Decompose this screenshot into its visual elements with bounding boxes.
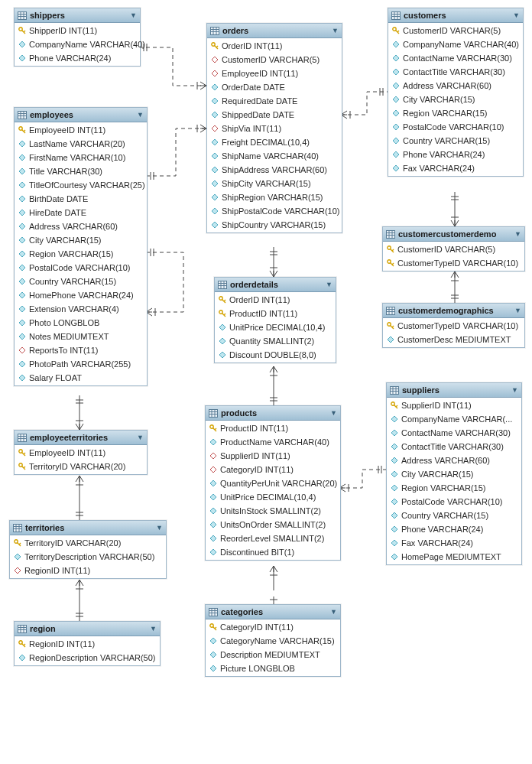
column-row[interactable]: Address VARCHAR(60) [387, 454, 521, 467]
column-row[interactable]: CategoryID INT(11) [206, 463, 340, 476]
column-row[interactable]: SupplierID INT(11) [387, 398, 521, 412]
column-row[interactable]: TerritoryID VARCHAR(20) [10, 536, 166, 550]
column-row[interactable]: UnitPrice DECIMAL(10,4) [206, 490, 340, 504]
column-row[interactable]: PhotoPath VARCHAR(255) [15, 357, 147, 371]
column-row[interactable]: ProductID INT(11) [206, 421, 340, 435]
column-row[interactable]: Region VARCHAR(15) [387, 481, 521, 495]
column-row[interactable]: Discontinued BIT(1) [206, 545, 340, 559]
column-row[interactable]: TerritoryID VARCHAR(20) [15, 460, 147, 473]
column-row[interactable]: PostalCode VARCHAR(10) [15, 261, 147, 275]
table-employees[interactable]: employees▼EmployeeID INT(11)LastName VAR… [14, 107, 148, 386]
column-row[interactable]: Extension VARCHAR(4) [15, 302, 147, 316]
column-row[interactable]: Picture LONGBLOB [206, 662, 340, 675]
chevron-down-icon[interactable]: ▼ [330, 409, 337, 417]
table-categories[interactable]: categories▼CategoryID INT(11)CategoryNam… [205, 604, 341, 677]
column-row[interactable]: ContactTitle VARCHAR(30) [388, 65, 523, 79]
chevron-down-icon[interactable]: ▼ [156, 524, 163, 532]
column-row[interactable]: ContactTitle VARCHAR(30) [387, 440, 521, 454]
chevron-down-icon[interactable]: ▼ [150, 625, 157, 632]
table-header[interactable]: customers▼ [388, 8, 523, 23]
column-row[interactable]: TerritoryDescription VARCHAR(50) [10, 550, 166, 564]
column-row[interactable]: HireDate DATE [15, 206, 147, 219]
chevron-down-icon[interactable]: ▼ [513, 11, 520, 19]
column-row[interactable]: CustomerID VARCHAR(5) [207, 53, 342, 67]
column-row[interactable]: Country VARCHAR(15) [387, 509, 521, 522]
column-row[interactable]: CategoryID INT(11) [206, 620, 340, 634]
column-row[interactable]: CompanyName VARCHAR(40) [15, 37, 140, 51]
column-row[interactable]: CustomerDesc MEDIUMTEXT [383, 333, 524, 346]
column-row[interactable]: SupplierID INT(11) [206, 449, 340, 463]
column-row[interactable]: CustomerID VARCHAR(5) [383, 242, 524, 256]
column-row[interactable]: EmployeeID INT(11) [15, 446, 147, 460]
table-employeeterritories[interactable]: employeeterritories▼EmployeeID INT(11)Te… [14, 430, 148, 475]
column-row[interactable]: EmployeeID INT(11) [207, 67, 342, 80]
column-row[interactable]: OrderID INT(11) [207, 39, 342, 53]
column-row[interactable]: ReportsTo INT(11) [15, 343, 147, 357]
table-suppliers[interactable]: suppliers▼SupplierID INT(11)CompanyName … [386, 382, 522, 565]
column-row[interactable]: CompanyName VARCHAR(40) [388, 37, 523, 51]
column-row[interactable]: RegionDescription VARCHAR(50) [15, 651, 160, 665]
table-header[interactable]: categories▼ [206, 605, 340, 619]
table-header[interactable]: territories▼ [10, 521, 166, 535]
column-row[interactable]: BirthDate DATE [15, 192, 147, 206]
column-row[interactable]: ReorderLevel SMALLINT(2) [206, 532, 340, 545]
column-row[interactable]: UnitsInStock SMALLINT(2) [206, 504, 340, 518]
table-header[interactable]: orderdetails▼ [215, 278, 336, 292]
column-row[interactable]: Country VARCHAR(15) [388, 134, 523, 148]
column-row[interactable]: RegionID INT(11) [10, 564, 166, 577]
column-row[interactable]: ShipCountry VARCHAR(15) [207, 218, 342, 232]
chevron-down-icon[interactable]: ▼ [511, 386, 518, 394]
column-row[interactable]: ShipName VARCHAR(40) [207, 149, 342, 163]
column-row[interactable]: HomePage MEDIUMTEXT [387, 550, 521, 564]
column-row[interactable]: Address VARCHAR(60) [388, 79, 523, 93]
column-row[interactable]: RegionID INT(11) [15, 637, 160, 651]
column-row[interactable]: CustomerTypeID VARCHAR(10) [383, 319, 524, 333]
table-header[interactable]: products▼ [206, 406, 340, 421]
column-row[interactable]: RequiredDate DATE [207, 94, 342, 108]
column-row[interactable]: CategoryName VARCHAR(15) [206, 634, 340, 648]
column-row[interactable]: Description MEDIUMTEXT [206, 648, 340, 662]
table-header[interactable]: employeeterritories▼ [15, 431, 147, 445]
column-row[interactable]: ShipPostalCode VARCHAR(10) [207, 204, 342, 218]
column-row[interactable]: Fax VARCHAR(24) [388, 161, 523, 175]
chevron-down-icon[interactable]: ▼ [137, 434, 144, 441]
column-row[interactable]: Freight DECIMAL(10,4) [207, 135, 342, 149]
column-row[interactable]: CustomerID VARCHAR(5) [388, 24, 523, 37]
table-header[interactable]: shippers▼ [15, 8, 140, 23]
chevron-down-icon[interactable]: ▼ [326, 281, 332, 288]
column-row[interactable]: Address VARCHAR(60) [15, 219, 147, 233]
table-region[interactable]: region▼RegionID INT(11)RegionDescription… [14, 621, 161, 666]
table-customerdemographics[interactable]: customerdemographics▼CustomerTypeID VARC… [382, 303, 525, 348]
column-row[interactable]: ProductName VARCHAR(40) [206, 435, 340, 449]
column-row[interactable]: TitleOfCourtesy VARCHAR(25) [15, 178, 147, 192]
column-row[interactable]: ProductID INT(11) [215, 307, 336, 320]
column-row[interactable]: ShipCity VARCHAR(15) [207, 177, 342, 190]
column-row[interactable]: ShipAddress VARCHAR(60) [207, 163, 342, 177]
column-row[interactable]: ShippedDate DATE [207, 108, 342, 122]
table-shippers[interactable]: shippers▼ShipperID INT(11)CompanyName VA… [14, 8, 141, 67]
column-row[interactable]: CompanyName VARCHAR(... [387, 412, 521, 426]
column-row[interactable]: QuantityPerUnit VARCHAR(20) [206, 476, 340, 490]
column-row[interactable]: Phone VARCHAR(24) [387, 522, 521, 536]
column-row[interactable]: OrderDate DATE [207, 80, 342, 94]
column-row[interactable]: Title VARCHAR(30) [15, 164, 147, 178]
chevron-down-icon[interactable]: ▼ [514, 230, 521, 238]
column-row[interactable]: UnitPrice DECIMAL(10,4) [215, 320, 336, 334]
table-orders[interactable]: orders▼OrderID INT(11)CustomerID VARCHAR… [206, 23, 342, 233]
column-row[interactable]: ShipRegion VARCHAR(15) [207, 190, 342, 204]
column-row[interactable]: Region VARCHAR(15) [388, 106, 523, 120]
column-row[interactable]: Quantity SMALLINT(2) [215, 334, 336, 348]
column-row[interactable]: OrderID INT(11) [215, 293, 336, 307]
chevron-down-icon[interactable]: ▼ [130, 11, 137, 19]
column-row[interactable]: Photo LONGBLOB [15, 316, 147, 330]
column-row[interactable]: HomePhone VARCHAR(24) [15, 288, 147, 302]
column-row[interactable]: City VARCHAR(15) [387, 467, 521, 481]
table-header[interactable]: orders▼ [207, 24, 342, 38]
column-row[interactable]: Region VARCHAR(15) [15, 247, 147, 261]
column-row[interactable]: Discount DOUBLE(8,0) [215, 348, 336, 362]
column-row[interactable]: EmployeeID INT(11) [15, 123, 147, 137]
table-header[interactable]: region▼ [15, 622, 160, 636]
table-orderdetails[interactable]: orderdetails▼OrderID INT(11)ProductID IN… [214, 277, 336, 363]
column-row[interactable]: ContactName VARCHAR(30) [387, 426, 521, 440]
column-row[interactable]: Salary FLOAT [15, 371, 147, 385]
